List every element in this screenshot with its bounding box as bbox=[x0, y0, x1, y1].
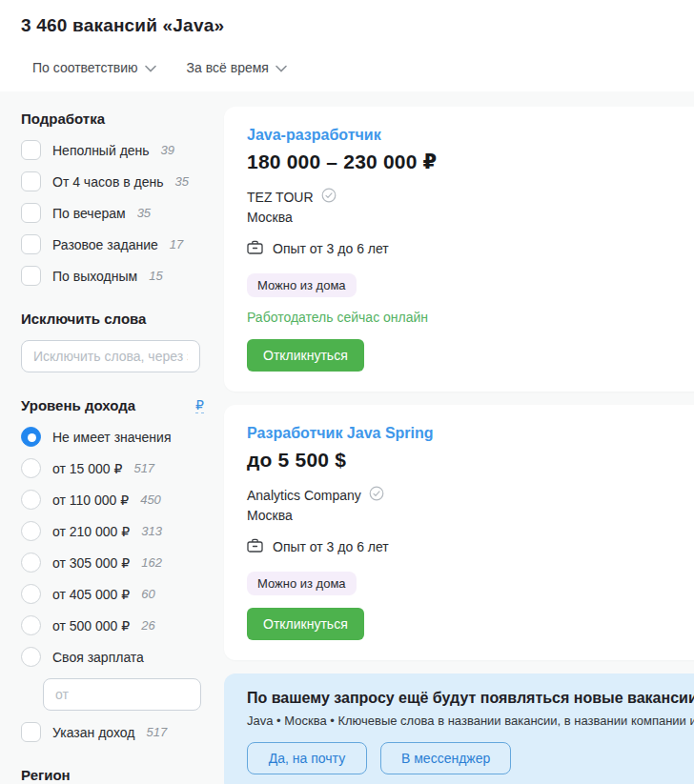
option-count: 39 bbox=[161, 143, 174, 157]
income-option-custom[interactable]: Своя зарплата bbox=[21, 647, 204, 667]
filter-option-evenings[interactable]: По вечерам 35 bbox=[21, 203, 204, 223]
company-link[interactable]: TEZ TOUR bbox=[247, 190, 314, 205]
exclude-words-input[interactable] bbox=[21, 340, 200, 372]
filter-heading: Исключить слова bbox=[21, 311, 204, 327]
sort-by-dropdown[interactable]: По соответствию bbox=[32, 60, 156, 75]
income-option-500000[interactable]: от 500 000 ₽ 26 bbox=[21, 615, 204, 635]
option-count: 35 bbox=[175, 174, 189, 189]
income-option-any[interactable]: Не имеет значения bbox=[21, 427, 204, 447]
verified-employer-icon bbox=[369, 486, 384, 505]
filter-heading: Уровень дохода bbox=[21, 397, 135, 413]
radio[interactable] bbox=[21, 521, 41, 541]
option-count: 35 bbox=[137, 206, 151, 220]
income-specified-option[interactable]: Указан доход 517 bbox=[21, 722, 204, 742]
apply-button[interactable]: Откликнуться bbox=[247, 339, 364, 372]
checkbox[interactable] bbox=[21, 171, 41, 191]
filter-heading: Подработка bbox=[21, 111, 204, 127]
banner-subtitle: Java • Москва • Ключевые слова в названи… bbox=[247, 714, 694, 728]
vacancy-city: Москва bbox=[247, 508, 694, 523]
checkbox[interactable] bbox=[21, 722, 41, 742]
vacancy-salary: до 5 500 $ bbox=[247, 449, 694, 472]
results-header: 3 460 вакансий «Java» По соответствию За… bbox=[0, 0, 694, 75]
period-label: За всё время bbox=[187, 60, 269, 75]
radio[interactable] bbox=[21, 490, 41, 510]
banner-title: По вашему запросу ещё будут появляться н… bbox=[247, 690, 694, 707]
remote-work-badge: Можно из дома bbox=[247, 273, 357, 297]
radio[interactable] bbox=[21, 647, 41, 667]
option-count: 60 bbox=[141, 587, 154, 601]
income-option-110000[interactable]: от 110 000 ₽ 450 bbox=[21, 490, 204, 510]
page-title: 3 460 вакансий «Java» bbox=[21, 15, 673, 36]
currency-switch-link[interactable]: ₽ bbox=[195, 398, 204, 413]
apply-button[interactable]: Откликнуться bbox=[247, 608, 364, 640]
radio[interactable] bbox=[21, 584, 41, 604]
radio[interactable] bbox=[21, 615, 41, 635]
option-count: 15 bbox=[149, 269, 162, 283]
subscribe-messenger-button[interactable]: В мессенджер bbox=[380, 742, 511, 774]
period-dropdown[interactable]: За всё время bbox=[187, 60, 287, 75]
checkbox[interactable] bbox=[21, 140, 41, 160]
company-link[interactable]: Analytics Company bbox=[247, 488, 361, 503]
option-count: 26 bbox=[141, 618, 154, 633]
checkbox[interactable] bbox=[21, 234, 41, 254]
income-option-305000[interactable]: от 305 000 ₽ 162 bbox=[21, 553, 204, 573]
briefcase-icon bbox=[247, 240, 263, 257]
chevron-down-icon bbox=[276, 65, 287, 72]
sort-by-label: По соответствию bbox=[32, 60, 138, 75]
verified-employer-icon bbox=[321, 188, 337, 207]
vacancy-title-link[interactable]: Разработчик Java Spring bbox=[247, 425, 434, 442]
subscribe-email-button[interactable]: Да, на почту bbox=[247, 742, 367, 774]
filter-heading: Регион bbox=[21, 767, 204, 783]
sort-row: По соответствию За всё время bbox=[32, 60, 673, 75]
option-count: 517 bbox=[146, 725, 167, 739]
vacancy-list: Java-разработчик 180 000 – 230 000 ₽ TEZ… bbox=[224, 107, 694, 784]
content-area: Подработка Неполный день 39 От 4 часов в… bbox=[0, 91, 694, 784]
option-count: 17 bbox=[170, 237, 183, 251]
checkbox[interactable] bbox=[21, 203, 41, 223]
option-count: 517 bbox=[133, 461, 154, 475]
filters-sidebar: Подработка Неполный день 39 От 4 часов в… bbox=[21, 111, 204, 784]
experience-label: Опыт от 3 до 6 лет bbox=[273, 241, 389, 256]
option-count: 313 bbox=[141, 524, 162, 538]
vacancy-card-1: Java-разработчик 180 000 – 230 000 ₽ TEZ… bbox=[224, 107, 694, 392]
income-option-405000[interactable]: от 405 000 ₽ 60 bbox=[21, 584, 204, 604]
remote-work-badge: Можно из дома bbox=[247, 572, 357, 595]
radio[interactable] bbox=[21, 458, 41, 478]
filter-parttime: Подработка Неполный день 39 От 4 часов в… bbox=[21, 111, 204, 286]
checkbox[interactable] bbox=[21, 266, 41, 286]
filter-option-onetime[interactable]: Разовое задание 17 bbox=[21, 234, 204, 254]
briefcase-icon bbox=[247, 538, 263, 555]
employer-online-label: Работодатель сейчас онлайн bbox=[247, 310, 694, 325]
option-count: 450 bbox=[140, 493, 161, 507]
experience-label: Опыт от 3 до 6 лет bbox=[273, 539, 389, 554]
radio[interactable] bbox=[21, 553, 41, 573]
filter-income: Уровень дохода ₽ Не имеет значения от 15… bbox=[21, 397, 204, 742]
vacancy-title-link[interactable]: Java-разработчик bbox=[247, 127, 381, 144]
vacancy-city: Москва bbox=[247, 210, 694, 225]
income-option-210000[interactable]: от 210 000 ₽ 313 bbox=[21, 521, 204, 541]
vacancy-card-2: Разработчик Java Spring до 5 500 $ Analy… bbox=[224, 405, 694, 660]
custom-salary-input[interactable] bbox=[43, 678, 201, 711]
subscription-banner: По вашему запросу ещё будут появляться н… bbox=[224, 673, 694, 784]
filter-region: Регион Москва 3 460 Центральный округ 3 … bbox=[21, 767, 204, 784]
chevron-down-icon bbox=[145, 65, 156, 72]
option-count: 162 bbox=[141, 555, 162, 570]
filter-exclude-words: Исключить слова bbox=[21, 311, 204, 372]
income-option-15000[interactable]: от 15 000 ₽ 517 bbox=[21, 458, 204, 478]
filter-option-partial-day[interactable]: Неполный день 39 bbox=[21, 140, 204, 160]
radio-selected[interactable] bbox=[21, 427, 41, 447]
vacancy-salary: 180 000 – 230 000 ₽ bbox=[247, 151, 694, 173]
filter-option-weekends[interactable]: По выходным 15 bbox=[21, 266, 204, 286]
filter-option-4hours[interactable]: От 4 часов в день 35 bbox=[21, 171, 204, 191]
